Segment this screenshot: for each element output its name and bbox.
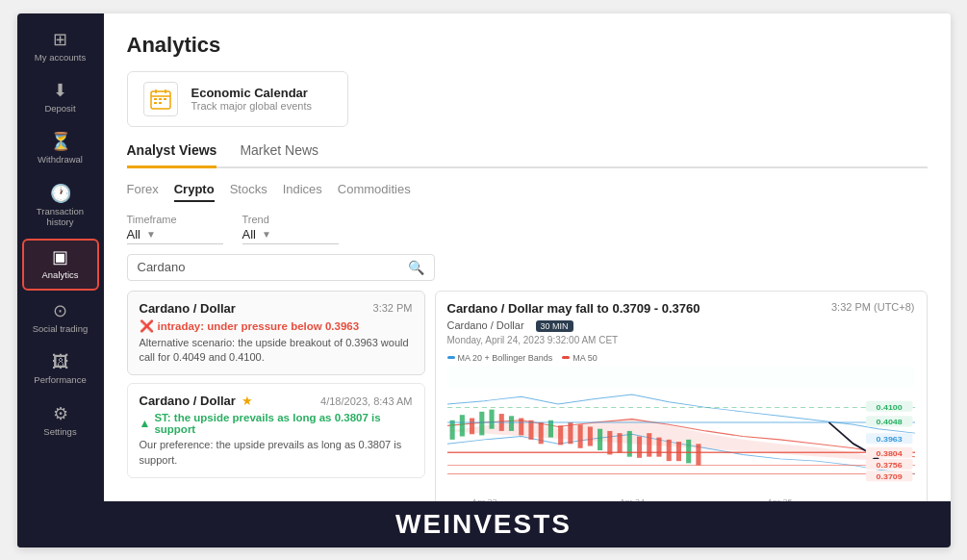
svg-rect-6	[164, 98, 166, 100]
bear-icon-1: ❌	[140, 319, 154, 333]
sidebar-item-analytics[interactable]: ▣ Analytics	[22, 239, 99, 290]
chart-legend: MA 20 + Bollinger Bands MA 50	[447, 353, 915, 363]
tab-market-news[interactable]: Market News	[240, 142, 318, 168]
sidebar-item-performance[interactable]: 🖼 Performance	[22, 345, 99, 393]
sidebar-label-withdrawal: Withdrawal	[38, 154, 83, 165]
svg-rect-24	[577, 424, 582, 448]
svg-rect-14	[479, 411, 484, 435]
card-1-desc: Alternative scenario: the upside breakou…	[140, 336, 413, 366]
svg-rect-18	[519, 418, 523, 435]
analytics-icon: ▣	[52, 248, 68, 266]
trend-select[interactable]: All ▼	[242, 227, 339, 244]
filter-timeframe: Timeframe All ▼	[127, 214, 223, 244]
svg-rect-7	[154, 102, 157, 104]
search-icon: 🔍	[408, 260, 424, 275]
sidebar-item-deposit[interactable]: ⬇ Deposit	[22, 74, 99, 121]
settings-icon: ⚙	[53, 405, 68, 422]
search-row: 🔍	[127, 254, 435, 281]
svg-rect-28	[617, 433, 622, 452]
svg-rect-15	[489, 409, 494, 428]
svg-rect-34	[675, 442, 680, 461]
sidebar-label-analytics: Analytics	[41, 269, 78, 280]
main-content: Analytics	[104, 13, 951, 547]
economic-calendar-subtitle: Track major global events	[191, 100, 313, 112]
tab-forex[interactable]: Forex	[127, 182, 159, 202]
chart-title: Cardano / Dollar may fall to 0.3709 - 0.…	[447, 301, 700, 316]
analysis-card-2[interactable]: Cardano / Dollar ★ 4/18/2023, 8:43 AM ▲ …	[127, 383, 425, 478]
tab-stocks[interactable]: Stocks	[230, 182, 267, 202]
sidebar-item-social-trading[interactable]: ⊙ Social trading	[22, 294, 99, 342]
svg-rect-22	[558, 425, 563, 445]
filter-row: Timeframe All ▼ Trend All ▼	[127, 214, 928, 244]
analysis-card-1[interactable]: Cardano / Dollar 3:32 PM ❌ intraday: und…	[127, 291, 425, 376]
sidebar-item-withdrawal[interactable]: ⏳ Withdrawal	[22, 125, 99, 172]
legend-dot-ma20	[447, 356, 455, 359]
chart-pair-label: Cardano / Dollar	[447, 319, 524, 331]
legend-item-ma20: MA 20 + Bollinger Bands	[447, 353, 553, 363]
sidebar-item-settings[interactable]: ⚙ Settings	[22, 397, 99, 445]
trend-arrow-icon: ▼	[262, 229, 271, 240]
tab-commodities[interactable]: Commodities	[338, 182, 411, 202]
timeframe-label: Timeframe	[127, 214, 223, 225]
sidebar-label-transaction-history: Transaction history	[26, 206, 95, 228]
sidebar: ⊞ My accounts ⬇ Deposit ⏳ Withdrawal 🕐 T…	[17, 13, 104, 547]
svg-rect-32	[656, 437, 661, 456]
social-icon: ⊙	[53, 302, 67, 319]
chart-svg: 0.4100 0.4048 0.3963 0.3804 0.3756 0.370…	[447, 367, 915, 506]
filter-trend: Trend All ▼	[242, 214, 339, 244]
left-panel: Cardano / Dollar 3:32 PM ❌ intraday: und…	[127, 291, 425, 528]
sidebar-item-my-accounts[interactable]: ⊞ My accounts	[22, 23, 99, 70]
economic-calendar-text: Economic Calendar Track major global eve…	[191, 86, 313, 112]
sidebar-label-deposit: Deposit	[44, 103, 75, 114]
economic-calendar-icon	[143, 82, 178, 116]
chart-header: Cardano / Dollar may fall to 0.3709 - 0.…	[447, 301, 915, 316]
svg-rect-17	[508, 416, 513, 431]
svg-rect-35	[686, 439, 691, 463]
tab-bar-main: Analyst Views Market News	[127, 142, 928, 168]
sidebar-item-transaction-history[interactable]: 🕐 Transaction history	[22, 177, 99, 236]
watermark: WEINVESTS	[104, 501, 951, 547]
timeframe-select[interactable]: All ▼	[127, 227, 223, 244]
timeframe-value: All	[127, 227, 140, 242]
svg-text:0.3756: 0.3756	[876, 460, 903, 469]
tab-analyst-views[interactable]: Analyst Views	[127, 142, 217, 168]
grid-icon: ⊞	[53, 31, 67, 48]
svg-rect-30	[636, 436, 641, 457]
card-2-pair: Cardano / Dollar	[140, 394, 236, 408]
page-title: Analytics	[127, 33, 928, 58]
star-icon: ★	[242, 394, 253, 408]
svg-rect-5	[159, 98, 162, 100]
legend-item-ma50: MA 50	[562, 353, 598, 363]
chart-area: 0.4100 0.4048 0.3963 0.3804 0.3756 0.370…	[447, 367, 915, 506]
svg-rect-11	[449, 420, 454, 439]
history-icon: 🕐	[50, 185, 71, 202]
svg-rect-36	[696, 444, 700, 465]
economic-calendar-card[interactable]: Economic Calendar Track major global eve…	[127, 71, 348, 127]
svg-text:0.4100: 0.4100	[876, 402, 903, 411]
svg-rect-8	[159, 102, 162, 104]
tab-crypto[interactable]: Crypto	[174, 182, 215, 202]
svg-rect-9	[447, 367, 915, 388]
card-1-signal: ❌ intraday: under pressure below 0.3963	[140, 319, 413, 333]
card-2-pair-row: Cardano / Dollar ★	[140, 394, 253, 408]
card-1-signal-text: intraday: under pressure below 0.3963	[158, 320, 360, 332]
performance-icon: 🖼	[52, 353, 69, 370]
svg-rect-23	[568, 422, 573, 444]
svg-text:0.4048: 0.4048	[876, 417, 903, 425]
sidebar-label-my-accounts: My accounts	[35, 52, 86, 63]
panels: Cardano / Dollar 3:32 PM ❌ intraday: und…	[127, 291, 928, 528]
sidebar-label-performance: Performance	[34, 374, 86, 385]
svg-rect-13	[470, 418, 474, 434]
app-container: ⊞ My accounts ⬇ Deposit ⏳ Withdrawal 🕐 T…	[17, 13, 951, 547]
tab-bar-sub: Forex Crypto Stocks Indices Commodities	[127, 182, 928, 202]
trend-value: All	[242, 227, 256, 242]
timeframe-arrow-icon: ▼	[146, 229, 156, 240]
svg-text:0.3709: 0.3709	[876, 471, 903, 480]
download-icon: ⬇	[53, 82, 67, 99]
card-2-signal-text: ST: the upside prevails as long as 0.380…	[154, 412, 412, 435]
svg-rect-4	[154, 98, 157, 100]
card-2-header: Cardano / Dollar ★ 4/18/2023, 8:43 AM	[140, 394, 413, 408]
svg-rect-26	[598, 428, 602, 449]
tab-indices[interactable]: Indices	[283, 182, 322, 202]
search-input[interactable]	[138, 260, 408, 274]
